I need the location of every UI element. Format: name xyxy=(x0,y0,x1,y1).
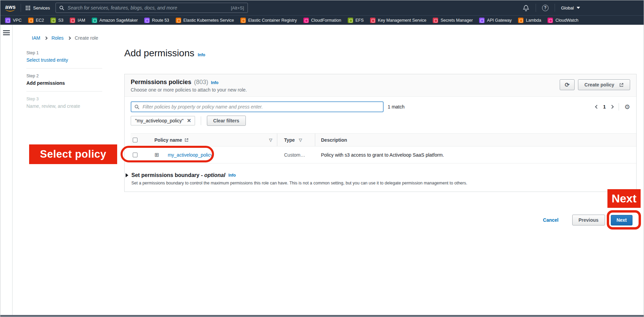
favorite-cloudwatch[interactable]: CloudWatch xyxy=(548,18,578,23)
clear-filters-button[interactable]: Clear filters xyxy=(207,116,246,126)
aws-console-window: aws Services [Alt+S] Global xyxy=(0,0,644,317)
sort-policy-name-icon[interactable] xyxy=(269,138,272,142)
boundary-title-text: Set permissions boundary - xyxy=(131,172,203,178)
chevron-down-icon xyxy=(577,7,580,9)
ecr-service-icon xyxy=(240,18,246,23)
expand-section-icon[interactable] xyxy=(126,173,128,177)
page-title: Add permissions xyxy=(124,48,194,59)
global-search-input[interactable] xyxy=(67,5,228,11)
filter-chip: "my_activeloop_policy" xyxy=(131,116,195,125)
step-3-name-review-create: Name, review, and create xyxy=(26,103,102,109)
table-row: my_activeloop_policy Custom… Policy with… xyxy=(131,146,636,163)
favorite-api-gateway[interactable]: API Gateway xyxy=(479,18,512,23)
favorite-elastic-container-registry[interactable]: Elastic Container Registry xyxy=(240,18,297,23)
divider xyxy=(26,68,102,68)
api-gateway-service-icon xyxy=(479,18,485,23)
search-icon xyxy=(134,104,139,110)
cancel-button[interactable]: Cancel xyxy=(543,217,559,223)
step-3: Step 3 Name, review, and create xyxy=(26,97,102,109)
select-all-checkbox[interactable] xyxy=(133,138,137,142)
previous-button[interactable]: Previous xyxy=(572,215,605,225)
lambda-service-icon xyxy=(518,18,523,23)
table-header-row: Policy name Type Description xyxy=(131,133,636,146)
column-type[interactable]: Type xyxy=(284,137,295,143)
match-count: 1 match xyxy=(388,104,405,110)
policy-filter-box[interactable] xyxy=(131,101,384,112)
notifications-button[interactable] xyxy=(518,4,534,12)
previous-page-icon[interactable] xyxy=(595,105,599,108)
settings-gear-icon[interactable] xyxy=(624,103,630,111)
divider xyxy=(555,4,555,12)
row-checkbox[interactable] xyxy=(133,153,137,157)
favorites-bar: VPC EC2 S3 IAM Amazon SageMaker Route 53… xyxy=(0,15,644,25)
bell-icon xyxy=(522,4,530,12)
step-2-label: Step 2 xyxy=(26,74,102,78)
region-selector[interactable]: Global xyxy=(556,5,580,11)
permissions-policies-panel: Permissions policies (803) Info Choose o… xyxy=(124,74,637,192)
cloudformation-service-icon xyxy=(303,18,309,23)
page-info-link[interactable]: Info xyxy=(198,53,205,57)
sagemaker-service-icon xyxy=(92,18,97,23)
policy-filter-input[interactable] xyxy=(142,104,380,110)
sort-type-icon[interactable] xyxy=(299,138,302,142)
chevron-right-icon xyxy=(67,36,71,40)
region-label: Global xyxy=(561,5,574,11)
favorite-secrets-manager[interactable]: Secrets Manager xyxy=(433,18,473,23)
top-nav-right-cluster: Global xyxy=(518,0,580,15)
breadcrumb: IAM Roles Create role xyxy=(32,35,98,41)
favorite-iam[interactable]: IAM xyxy=(70,18,85,23)
search-shortcut-hint: [Alt+S] xyxy=(231,5,244,11)
expand-row-icon[interactable] xyxy=(154,152,159,158)
clear-filters-label: Clear filters xyxy=(213,118,239,123)
breadcrumb-roles[interactable]: Roles xyxy=(51,35,64,41)
global-search-box[interactable]: [Alt+S] xyxy=(56,3,248,13)
policy-type-cell: Custom… xyxy=(284,152,305,158)
column-policy-name[interactable]: Policy name xyxy=(154,137,182,143)
top-navigation-bar: aws Services [Alt+S] Global xyxy=(0,0,644,15)
current-page-number[interactable]: 1 xyxy=(603,104,606,110)
favorite-elastic-kubernetes-service[interactable]: Elastic Kubernetes Service xyxy=(176,18,234,23)
external-link-icon xyxy=(185,138,189,142)
cloudwatch-service-icon xyxy=(548,18,553,23)
next-page-icon[interactable] xyxy=(610,105,614,108)
filter-chip-label: "my_activeloop_policy" xyxy=(135,118,184,123)
wizard-steps: Step 1 Select trusted entity Step 2 Add … xyxy=(26,51,102,109)
efs-service-icon xyxy=(348,18,353,23)
next-button[interactable]: Next xyxy=(611,215,632,225)
panel-subtitle: Choose one or more policies to attach to… xyxy=(131,87,247,93)
favorite-lambda[interactable]: Lambda xyxy=(518,18,541,23)
step-1: Step 1 Select trusted entity xyxy=(26,51,102,63)
boundary-title[interactable]: Set permissions boundary - optional xyxy=(131,172,225,178)
remove-filter-icon[interactable] xyxy=(187,118,191,124)
favorite-s3[interactable]: S3 xyxy=(50,18,63,23)
help-button[interactable] xyxy=(537,5,553,11)
boundary-info-link[interactable]: Info xyxy=(228,173,236,178)
external-link-icon xyxy=(619,83,624,87)
services-label: Services xyxy=(33,5,50,11)
step-2: Step 2 Add permissions xyxy=(26,74,102,86)
favorite-key-management-service[interactable]: Key Management Service xyxy=(370,18,426,23)
refresh-button[interactable] xyxy=(560,79,575,90)
favorite-amazon-sagemaker[interactable]: Amazon SageMaker xyxy=(92,18,138,23)
services-grid-icon xyxy=(26,6,30,10)
panel-header: Permissions policies (803) Info Choose o… xyxy=(125,74,636,97)
eks-service-icon xyxy=(176,18,181,23)
aws-logo[interactable]: aws xyxy=(5,4,16,12)
breadcrumb-create-role: Create role xyxy=(75,35,98,41)
policy-name-link[interactable]: my_activeloop_policy xyxy=(168,152,213,158)
kms-service-icon xyxy=(370,18,375,23)
hamburger-menu-icon[interactable] xyxy=(3,30,10,36)
panel-info-link[interactable]: Info xyxy=(211,80,218,85)
boundary-description: Set a permissions boundary to control th… xyxy=(131,181,630,185)
side-panel-strip xyxy=(0,25,13,315)
create-policy-label: Create policy xyxy=(584,82,614,87)
favorite-efs[interactable]: EFS xyxy=(348,18,364,23)
breadcrumb-iam[interactable]: IAM xyxy=(32,35,40,41)
favorite-vpc[interactable]: VPC xyxy=(5,18,22,23)
create-policy-button[interactable]: Create policy xyxy=(578,79,630,90)
services-menu-button[interactable]: Services xyxy=(26,5,50,11)
step-1-link-select-trusted-entity[interactable]: Select trusted entity xyxy=(26,57,102,63)
favorite-cloudformation[interactable]: CloudFormation xyxy=(303,18,341,23)
favorite-route-53[interactable]: Route 53 xyxy=(144,18,169,23)
favorite-ec2[interactable]: EC2 xyxy=(28,18,44,23)
